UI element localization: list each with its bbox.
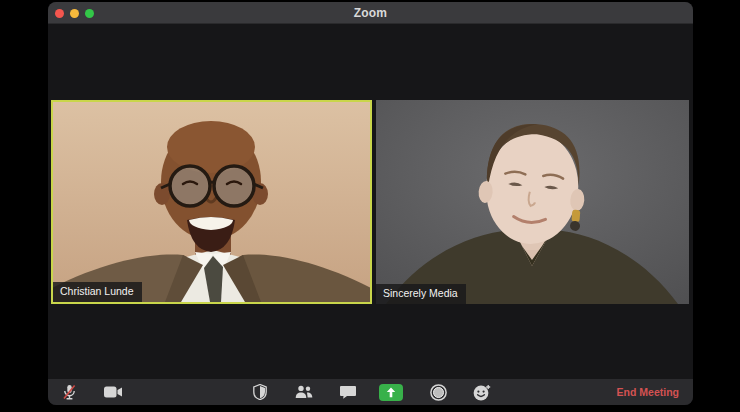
video-camera-icon [104, 386, 122, 398]
share-screen-button[interactable] [375, 379, 407, 405]
titlebar[interactable]: Zoom [48, 2, 693, 24]
zoom-app-window: Zoom [48, 2, 693, 405]
mute-button[interactable] [53, 379, 85, 405]
participants-button[interactable] [288, 379, 320, 405]
meeting-toolbar: End Meeting [48, 379, 693, 405]
chat-icon [340, 385, 356, 399]
video-gallery: Christian Lunde [48, 24, 693, 381]
stop-video-button[interactable] [97, 379, 129, 405]
reactions-button[interactable] [466, 379, 498, 405]
end-meeting-button[interactable]: End Meeting [617, 379, 679, 405]
participant-name-label: Sincerely Media [376, 284, 466, 304]
share-screen-icon [379, 384, 403, 401]
screen: Zoom [0, 0, 740, 412]
chat-button[interactable] [332, 379, 364, 405]
video-feed-sincerely-media [376, 100, 689, 304]
video-tile-christian-lunde[interactable]: Christian Lunde [51, 100, 372, 304]
record-button[interactable] [422, 379, 454, 405]
security-shield-icon [253, 384, 267, 400]
security-button[interactable] [244, 379, 276, 405]
participant-name-label: Christian Lunde [53, 282, 142, 302]
record-icon [430, 384, 447, 401]
participants-icon [295, 385, 313, 399]
video-tile-sincerely-media[interactable]: Sincerely Media [376, 100, 689, 304]
window-title: Zoom [48, 2, 693, 24]
reactions-icon [473, 384, 491, 401]
microphone-muted-icon [62, 384, 77, 401]
video-feed-christian-lunde [53, 102, 370, 302]
